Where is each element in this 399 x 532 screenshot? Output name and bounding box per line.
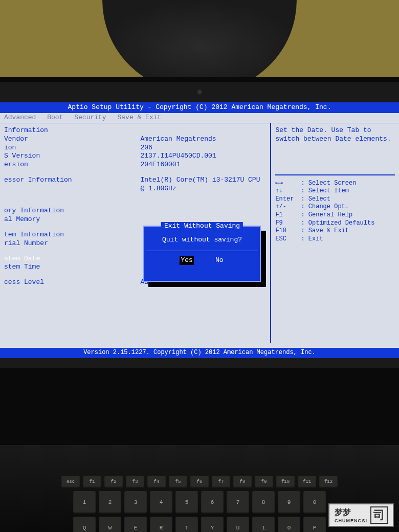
key-8[interactable]: 8: [252, 491, 275, 514]
key-0[interactable]: 0: [303, 491, 326, 514]
key-y[interactable]: Y: [201, 517, 224, 532]
dialog-no-button[interactable]: No: [214, 256, 225, 265]
key-t[interactable]: T: [175, 517, 198, 532]
help-row: F9: Optimized Defaults: [275, 219, 395, 228]
watermark-sub: CHUMENGSI: [335, 518, 367, 523]
key-f7[interactable]: f7: [212, 476, 230, 488]
info-ecversion: ersion 204E160001: [0, 161, 270, 169]
key-f2[interactable]: f2: [104, 476, 123, 488]
key-r[interactable]: R: [150, 517, 172, 532]
key-w[interactable]: W: [99, 517, 121, 532]
bios-menu-bar[interactable]: Advanced Boot Security Save & Exit: [0, 113, 399, 123]
key-esc[interactable]: esc: [61, 476, 80, 488]
key-5[interactable]: 5: [175, 491, 198, 514]
menu-save-exit[interactable]: Save & Exit: [118, 114, 162, 121]
help-row: Enter: Select: [275, 195, 395, 204]
key-f10[interactable]: f10: [276, 476, 295, 488]
key-f1[interactable]: f1: [83, 476, 101, 488]
bios-title: Aptio Setup Utility - Copyright (C) 2012…: [68, 103, 331, 111]
info-vendor: Vendor American Megatrends: [0, 135, 270, 144]
left-panel: Information Vendor American Megatrends i…: [0, 123, 271, 343]
key-o[interactable]: O: [278, 517, 300, 532]
key-f8[interactable]: f8: [233, 476, 252, 488]
bios-screen: Aptio Setup Utility - Copyright (C) 2012…: [0, 102, 399, 358]
watermark-icon: 司: [370, 506, 388, 524]
key-f3[interactable]: f3: [126, 476, 144, 488]
bios-footer: Version 2.15.1227. Copyright (C) 2012 Am…: [0, 348, 399, 358]
key-1[interactable]: 1: [73, 491, 96, 514]
processor-header: essor Information Intel(R) Core(TM) i3-3…: [0, 176, 270, 193]
help-panel: Set the Date. Use Tab to switch between …: [271, 123, 399, 343]
memory-header: ory Information: [0, 207, 270, 215]
help-row: ↑↓: Select Item: [275, 187, 395, 195]
key-3[interactable]: 3: [124, 491, 147, 514]
key-f11[interactable]: f11: [298, 476, 316, 488]
key-f4[interactable]: f4: [147, 476, 166, 488]
help-divider: [275, 174, 395, 175]
bios-title-bar: Aptio Setup Utility - Copyright (C) 2012…: [0, 102, 399, 113]
menu-security[interactable]: Security: [74, 114, 106, 121]
help-row: F10: Save & Exit: [275, 227, 395, 235]
help-row: ⇤⇥: Select Screen: [275, 180, 395, 188]
info-version: ion 206: [0, 144, 270, 152]
menu-boot[interactable]: Boot: [47, 114, 63, 121]
watermark-main: 梦梦: [335, 508, 351, 517]
laptop-frame: Aptio Setup Utility - Copyright (C) 2012…: [0, 77, 399, 532]
key-2[interactable]: 2: [99, 491, 121, 514]
key-f6[interactable]: f6: [190, 476, 209, 488]
help-row: +/-: Change Opt.: [275, 203, 395, 211]
key-7[interactable]: 7: [227, 491, 249, 514]
key-p[interactable]: P: [303, 517, 326, 532]
exit-dialog: Exit Without Saving Quit without saving?…: [143, 226, 261, 282]
dialog-buttons: Yes No: [144, 251, 260, 270]
webcam: [197, 90, 202, 95]
key-u[interactable]: U: [227, 517, 249, 532]
info-sversion: S Version 2137.I14PU450CD.001: [0, 152, 270, 161]
key-f12[interactable]: f12: [319, 476, 338, 488]
key-9[interactable]: 9: [278, 491, 300, 514]
info-header: Information: [0, 126, 270, 135]
help-row: ESC: Exit: [275, 235, 395, 243]
menu-advanced[interactable]: Advanced: [4, 114, 36, 121]
help-row: F1: General Help: [275, 211, 395, 219]
key-i[interactable]: I: [252, 517, 275, 532]
screen-bezel: Aptio Setup Utility - Copyright (C) 2012…: [0, 82, 399, 368]
dialog-yes-button[interactable]: Yes: [180, 256, 193, 265]
keyboard-fn-row: esc f1 f2 f3 f4 f5 f6 f7 f8 f9 f10 f11 f…: [10, 476, 389, 488]
key-f5[interactable]: f5: [169, 476, 187, 488]
key-f9[interactable]: f9: [255, 476, 273, 488]
watermark: 梦梦 CHUMENGSI 司: [328, 503, 394, 527]
key-6[interactable]: 6: [201, 491, 224, 514]
key-4[interactable]: 4: [150, 491, 172, 514]
dialog-title: Exit Without Saving: [161, 222, 243, 231]
help-text: Set the Date. Use Tab to switch between …: [275, 126, 395, 144]
key-q[interactable]: Q: [73, 517, 96, 532]
key-e[interactable]: E: [124, 517, 147, 532]
help-keys: ⇤⇥: Select Screen ↑↓: Select Item Enter:…: [275, 180, 395, 243]
bios-body: Information Vendor American Megatrends i…: [0, 123, 399, 343]
